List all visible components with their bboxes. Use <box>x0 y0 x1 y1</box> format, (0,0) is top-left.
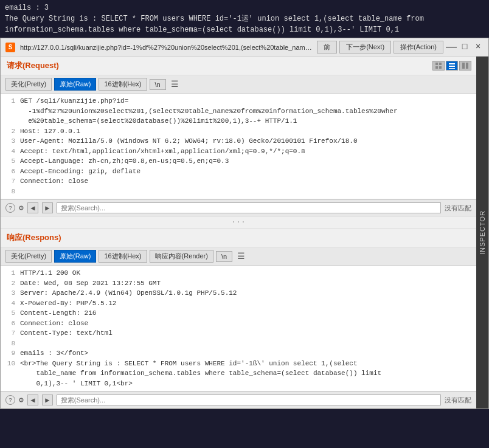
response-gear-icon[interactable]: ⚙ <box>19 395 24 405</box>
request-line-5: 5 Accept-Language: zh-cn,zh;q=0.8,en-us;… <box>1 156 476 167</box>
main-panel: 请求(Request) 美化(Pretty) 原始(Raw) <box>1 57 488 408</box>
btn-prev[interactable]: 前 <box>317 41 337 53</box>
request-no-match-text: 没有匹配 <box>445 204 471 213</box>
request-line-2: 2 Host: 127.0.0.1 <box>1 126 476 137</box>
request-code-area: 1 GET /sqli/kuanzijie.php?id= -1%df%27%2… <box>1 94 476 199</box>
request-view-split-icon[interactable] <box>459 61 471 71</box>
response-tab-newline[interactable]: \n <box>216 251 232 262</box>
response-tab-menu-icon[interactable]: ☰ <box>235 251 248 261</box>
response-tab-raw[interactable]: 原始(Raw) <box>54 250 96 263</box>
request-line-4: 4 Accept: text/html,application/xhtml+xm… <box>1 146 476 157</box>
response-tab-render[interactable]: 响应内容(Render) <box>150 250 213 263</box>
request-nav-back-icon[interactable]: ◀ <box>27 202 38 213</box>
inspector-label: INSPECTOR <box>479 205 486 260</box>
request-search-input[interactable] <box>57 202 441 213</box>
response-search-bar: ? ⚙ ◀ ▶ 没有匹配 <box>1 391 476 408</box>
window-close-icon[interactable]: × <box>473 41 484 52</box>
request-gear-icon[interactable]: ⚙ <box>19 203 24 213</box>
svg-rect-3 <box>439 66 442 69</box>
inspector-sidebar: INSPECTOR <box>476 57 488 408</box>
svg-rect-5 <box>449 66 455 67</box>
response-tab-pretty[interactable]: 美化(Pretty) <box>5 250 52 263</box>
request-line-3: 3 User-Agent: Mozilla/5.0 (Windows NT 6.… <box>1 136 476 146</box>
request-view-list-icon[interactable] <box>446 61 458 71</box>
request-tab-newline[interactable]: \n <box>150 79 166 90</box>
request-section-title: 请求(Request) <box>1 57 432 75</box>
request-line-1: 1 GET /sqli/kuanzijie.php?id= -1%df%27%2… <box>1 96 476 126</box>
response-nav-back-icon[interactable]: ◀ <box>27 395 38 405</box>
request-help-icon[interactable]: ? <box>5 203 15 213</box>
response-line-8: 8 <box>1 339 476 349</box>
svg-rect-4 <box>449 63 455 64</box>
response-line-3: 3 Server: Apache/2.4.9 (Win64) OpenSSL/1… <box>1 288 476 298</box>
section-separator: ··· <box>1 216 476 229</box>
svg-rect-1 <box>439 63 442 65</box>
response-line-5: 5 Content-Length: 216 <box>1 308 476 319</box>
response-line-2: 2 Date: Wed, 08 Sep 2021 13:27:55 GMT <box>1 278 476 289</box>
browser-titlebar: S http://127.0.0.1/sqli/kuanzijie.php?id… <box>1 38 488 57</box>
request-line-8: 8 <box>1 187 476 197</box>
top-info-line3: information_schema.tables where table_sc… <box>5 24 484 35</box>
response-tab-hex[interactable]: 16进制(Hex) <box>99 250 147 263</box>
request-tab-hex[interactable]: 16进制(Hex) <box>99 78 147 91</box>
response-line-1: 1 HTTP/1.1 200 OK <box>1 268 476 278</box>
response-help-icon[interactable]: ? <box>5 395 15 405</box>
response-line-6: 6 Connection: close <box>1 319 476 329</box>
request-section-header-row: 请求(Request) <box>1 57 476 75</box>
window-minimize-icon[interactable]: — <box>446 41 457 52</box>
request-tab-menu-icon[interactable]: ☰ <box>168 79 181 89</box>
window-maximize-icon[interactable]: □ <box>459 41 470 52</box>
response-nav-forward-icon[interactable]: ▶ <box>42 395 53 405</box>
response-code-area: 1 HTTP/1.1 200 OK 2 Date: Wed, 08 Sep 20… <box>1 266 476 391</box>
top-info-line2: The Query String is : SELECT * FROM user… <box>5 13 484 24</box>
response-line-7: 7 Content-Type: text/html <box>1 328 476 339</box>
svg-rect-6 <box>449 68 455 69</box>
response-line-10: 10 <br>The Query String is : SELECT * FR… <box>1 359 476 389</box>
response-section-title: 响应(Respons) <box>1 229 476 247</box>
svg-rect-7 <box>462 63 465 69</box>
content-area: 请求(Request) 美化(Pretty) 原始(Raw) <box>1 57 476 408</box>
request-view-grid-icon[interactable] <box>432 61 445 71</box>
response-search-input[interactable] <box>57 395 441 405</box>
btn-next[interactable]: 下一步(Next) <box>339 41 391 53</box>
response-line-9: 9 emails : 3</font> <box>1 348 476 359</box>
top-info-bar: emails : 3 The Query String is : SELECT … <box>0 0 489 38</box>
request-tab-bar: 美化(Pretty) 原始(Raw) 16进制(Hex) \n ☰ <box>1 75 476 94</box>
browser-controls: 前 下一步(Next) 操作(Action) — □ × <box>317 41 484 53</box>
response-tab-bar: 美化(Pretty) 原始(Raw) 16进制(Hex) 响应内容(Render… <box>1 247 476 266</box>
request-search-bar: ? ⚙ ◀ ▶ 没有匹配 <box>1 199 476 216</box>
browser-window: S http://127.0.0.1/sqli/kuanzijie.php?id… <box>0 38 489 409</box>
request-line-7: 7 Connection: close <box>1 176 476 187</box>
request-line-6: 6 Accept-Encoding: gzip, deflate <box>1 167 476 177</box>
request-nav-forward-icon[interactable]: ▶ <box>42 202 53 213</box>
response-line-4: 4 X-Powered-By: PHP/5.5.12 <box>1 298 476 309</box>
btn-action[interactable]: 操作(Action) <box>394 41 443 53</box>
response-no-match-text: 没有匹配 <box>445 396 471 405</box>
request-tab-raw[interactable]: 原始(Raw) <box>54 78 96 91</box>
svg-rect-2 <box>435 66 438 69</box>
svg-rect-0 <box>435 63 438 65</box>
browser-favicon: S <box>5 43 15 52</box>
top-info-line1: emails : 3 <box>5 2 484 13</box>
request-view-mode-buttons <box>432 61 476 71</box>
browser-url: http://127.0.0.1/sqli/kuanzijie.php?id=-… <box>20 44 312 51</box>
request-tab-pretty[interactable]: 美化(Pretty) <box>5 78 52 91</box>
svg-rect-8 <box>466 63 468 69</box>
